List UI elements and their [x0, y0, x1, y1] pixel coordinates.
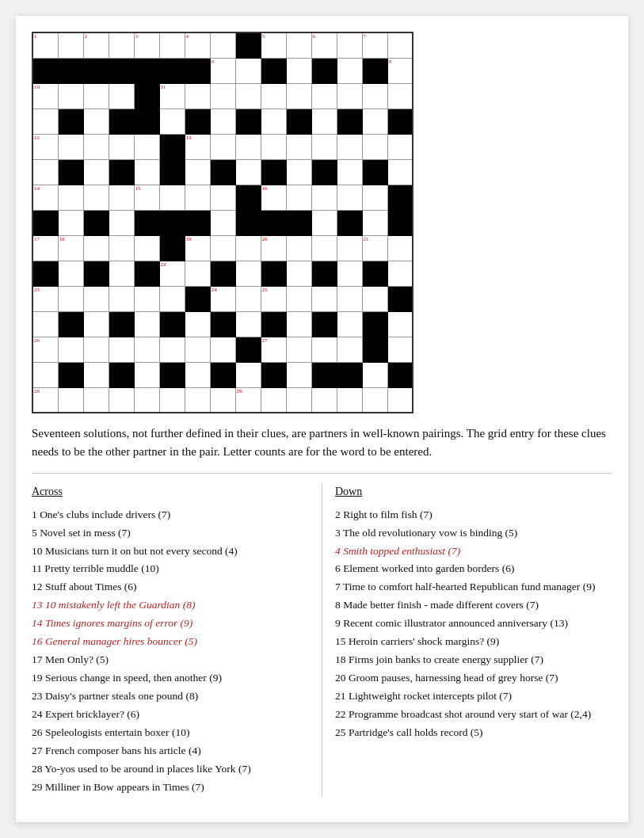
grid-container: 1 2 3 4 5 6 7	[32, 32, 612, 413]
clue-across-26: 26 Speleologists entertain boxer (10)	[32, 725, 309, 741]
clue-across-1: 1 One's clubs include drivers (7)	[32, 507, 309, 524]
clue-across-28: 28 Yo-yos used to be around in places li…	[32, 761, 309, 778]
clue-down-21: 21 Lightweight rocket intercepts pilot (…	[335, 688, 612, 705]
clue-across-29: 29 Milliner in Bow appears in Times (7)	[32, 779, 309, 796]
clue-across-19: 19 Serious change in speed, then another…	[32, 670, 309, 687]
clue-down-3: 3 The old revolutionary vow is binding (…	[335, 525, 612, 542]
clue-down-20: 20 Groom pauses, harnessing head of grey…	[335, 670, 612, 687]
crossword-grid: 1 2 3 4 5 6 7	[32, 32, 413, 413]
clue-across-14: 14 Times ignores margins of error (9)	[32, 615, 309, 632]
clue-across-17: 17 Men Only? (5)	[32, 652, 309, 668]
clue-across-23: 23 Daisy's partner steals one pound (8)	[32, 688, 309, 705]
clues-divider	[32, 473, 612, 474]
clue-across-12: 12 Stuff about Times (6)	[32, 579, 309, 596]
clue-down-25: 25 Partridge's call holds record (5)	[335, 725, 612, 741]
clue-down-15: 15 Heroin carriers' shock margins? (9)	[335, 634, 612, 650]
clue-down-4: 4 Smith topped enthusiast (7)	[335, 543, 612, 560]
clue-down-2: 2 Right to film fish (7)	[335, 507, 612, 524]
clues-container: Across 1 One's clubs include drivers (7)…	[32, 483, 612, 797]
clue-down-6: 6 Element worked into garden borders (6)	[335, 561, 612, 577]
clue-across-24: 24 Expert bricklayer? (6)	[32, 707, 309, 723]
clue-across-5: 5 Novel set in mess (7)	[32, 525, 309, 542]
description-text: Seventeen solutions, not further defined…	[32, 425, 612, 460]
across-heading: Across	[32, 483, 309, 501]
clue-across-27: 27 French composer bans his article (4)	[32, 743, 309, 760]
down-col: Down 2 Right to film fish (7) 3 The old …	[322, 483, 612, 797]
clue-down-8: 8 Made better finish - made different co…	[335, 597, 612, 614]
page: 1 2 3 4 5 6 7	[16, 16, 628, 822]
clue-down-22: 22 Programme broadcast shot around very …	[335, 707, 612, 723]
clue-across-11: 11 Pretty terrible muddle (10)	[32, 561, 309, 577]
clue-across-10: 10 Musicians turn it on but not every se…	[32, 543, 309, 560]
clue-down-9: 9 Recent comic illustrator announced ann…	[335, 615, 612, 632]
clue-across-13: 13 10 mistakenly left the Guardian (8)	[32, 597, 309, 614]
down-heading: Down	[335, 483, 612, 501]
clue-down-7: 7 Time to comfort half-hearted Republica…	[335, 579, 612, 596]
across-col: Across 1 One's clubs include drivers (7)…	[32, 483, 322, 797]
clue-down-18: 18 Firms join banks to create energy sup…	[335, 652, 612, 668]
clue-across-16: 16 General manager hires bouncer (5)	[32, 634, 309, 650]
